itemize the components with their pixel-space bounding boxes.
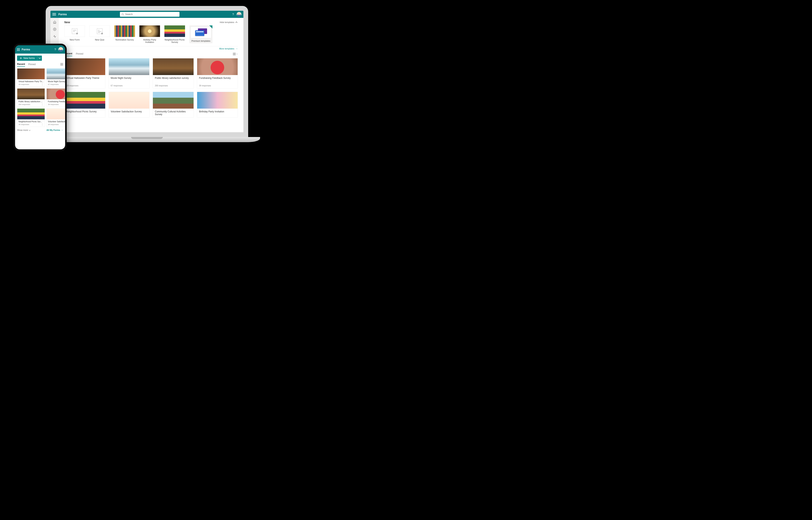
form-card[interactable]: Community Cultural Activities Survey xyxy=(153,92,194,118)
svg-point-0 xyxy=(122,13,123,15)
card-thumb xyxy=(47,109,65,119)
card-menu-icon[interactable]: ⋮ xyxy=(41,124,44,125)
svg-rect-11 xyxy=(60,63,61,64)
template-label: Neighborhood Picnic Survey xyxy=(164,38,185,43)
card-meta: 200 responses xyxy=(153,84,193,88)
all-my-forms-link[interactable]: All My Forms → xyxy=(47,129,63,131)
hide-templates-label: Hide templates xyxy=(220,21,234,23)
template-new-quiz[interactable]: A+ New Quiz xyxy=(89,25,110,43)
card-menu-icon[interactable]: ⋮ xyxy=(41,84,44,85)
tab-recent[interactable]: Recent xyxy=(17,63,25,67)
arrow-right-icon: → xyxy=(61,129,63,131)
tab-pinned[interactable]: Pinned xyxy=(28,63,35,67)
card-meta: 35 responses xyxy=(19,124,29,126)
desktop-cards: Virtual Halloween Party Theme 29 respons… xyxy=(64,58,238,118)
phone-footer: Show more All My Forms → xyxy=(17,129,63,131)
svg-rect-8 xyxy=(234,54,235,55)
card-thumb xyxy=(109,58,150,75)
card-title: Community Cultural Activities Survey xyxy=(153,109,193,118)
template-neighborhood-picnic[interactable]: Neighborhood Picnic Survey xyxy=(164,25,185,43)
plus-icon xyxy=(20,57,22,59)
svg-rect-14 xyxy=(62,64,63,66)
grid-icon xyxy=(233,53,236,55)
phone-tabs: Recent Pinned xyxy=(17,63,63,67)
svg-rect-5 xyxy=(233,53,234,54)
card-title: Fundraising Feedback Sur... xyxy=(47,99,65,103)
phone-screen: Forms ? New forms Recent Pinned xyxy=(15,45,65,149)
card-thumb xyxy=(153,92,193,109)
tab-pinned[interactable]: Pinned xyxy=(76,52,83,56)
form-card[interactable]: Neighborhood Picnic Survey xyxy=(64,92,105,118)
template-label: New Form xyxy=(64,38,85,41)
new-forms-chevron[interactable] xyxy=(37,56,42,61)
card-menu-icon[interactable]: ⋮ xyxy=(41,104,44,105)
template-premium[interactable]: Premium templates xyxy=(189,25,212,43)
form-card[interactable]: Public library satisfaction ... 200 resp… xyxy=(17,88,45,107)
phone-body: New forms Recent Pinned Virtual Hallowee… xyxy=(15,54,65,149)
card-meta: 200 responses xyxy=(19,103,30,105)
card-meta: 67 responses xyxy=(109,84,150,88)
card-thumb xyxy=(197,92,238,109)
template-new-form[interactable]: New Form xyxy=(64,25,85,43)
chevron-down-icon xyxy=(38,57,41,59)
svg-rect-13 xyxy=(60,64,61,66)
template-thumb xyxy=(164,25,185,37)
card-meta: 39 responses xyxy=(197,84,238,88)
svg-rect-7 xyxy=(233,54,234,55)
form-card[interactable]: Volunteer Satisfaction Sur... 28 respons… xyxy=(47,108,65,127)
hamburger-icon[interactable] xyxy=(52,13,56,16)
template-nomination-survey[interactable]: Nomination Survey xyxy=(114,25,135,43)
help-icon[interactable]: ? xyxy=(232,13,234,16)
form-card[interactable]: Movie Night Survey 67 responses⋮ xyxy=(47,68,65,87)
card-thumb xyxy=(17,69,45,79)
search-box[interactable] xyxy=(120,12,180,17)
form-card[interactable]: Virtual Halloween Party Theme 29 respons… xyxy=(64,58,105,88)
form-glyph-icon xyxy=(72,28,77,34)
form-card[interactable]: Volunteer Satisfaction Survey xyxy=(109,92,150,118)
activity-icon[interactable] xyxy=(53,34,56,38)
show-more-link[interactable]: Show more xyxy=(17,129,31,131)
home-icon[interactable] xyxy=(53,20,56,24)
svg-rect-12 xyxy=(62,63,63,64)
more-templates-link[interactable]: More templates → xyxy=(64,48,238,50)
template-label: Premium templates xyxy=(190,40,211,42)
avatar[interactable] xyxy=(58,47,63,52)
new-forms-label: New forms xyxy=(23,57,35,59)
template-label: New Quiz xyxy=(89,38,110,41)
laptop-base xyxy=(34,137,260,142)
desktop-tabs: Recent Pinned xyxy=(64,52,238,56)
phone-cards: Virtual Halloween Party Th... 29 respons… xyxy=(17,68,63,127)
waffle-icon[interactable] xyxy=(17,48,20,51)
new-icon[interactable] xyxy=(53,27,56,31)
view-toggle[interactable] xyxy=(60,63,63,67)
avatar[interactable] xyxy=(237,12,241,17)
card-thumb xyxy=(47,88,65,99)
new-forms-split-button: New forms xyxy=(17,56,63,61)
search-input[interactable] xyxy=(125,13,178,16)
template-label: Nomination Survey xyxy=(114,38,135,41)
form-card[interactable]: Fundraising Feedback Survey 39 responses xyxy=(197,58,238,88)
card-thumb xyxy=(109,92,150,109)
desktop-app: Forms ? xyxy=(50,11,243,132)
form-card[interactable]: Movie Night Survey 67 responses xyxy=(109,58,150,88)
arrow-right-icon: → xyxy=(236,48,238,50)
svg-rect-6 xyxy=(234,53,235,54)
help-icon[interactable]: ? xyxy=(54,48,56,51)
form-card[interactable]: Birthday Party Invitation xyxy=(197,92,238,118)
template-holiday-party[interactable]: Holiday Party Invitation xyxy=(139,25,160,43)
card-title: Neighborhood Picnic Survey xyxy=(64,109,105,114)
hide-templates-link[interactable]: Hide templates xyxy=(220,21,238,24)
phone-header: Forms ? xyxy=(15,45,65,54)
form-card[interactable]: Virtual Halloween Party Th... 29 respons… xyxy=(17,68,45,87)
laptop-notch xyxy=(131,137,163,139)
template-thumb xyxy=(114,25,135,37)
show-more-label: Show more xyxy=(17,129,28,131)
desktop-header: Forms ? xyxy=(50,11,243,18)
view-toggle[interactable] xyxy=(233,53,238,56)
card-thumb xyxy=(153,58,193,75)
form-card[interactable]: Neighborhood Picnic Sur... 35 responses⋮ xyxy=(17,108,45,127)
card-thumb xyxy=(64,58,105,75)
new-forms-button[interactable]: New forms xyxy=(17,56,37,61)
form-card[interactable]: Public library satisfaction survey 200 r… xyxy=(153,58,194,88)
form-card[interactable]: Fundraising Feedback Sur... 39 responses… xyxy=(47,88,65,107)
